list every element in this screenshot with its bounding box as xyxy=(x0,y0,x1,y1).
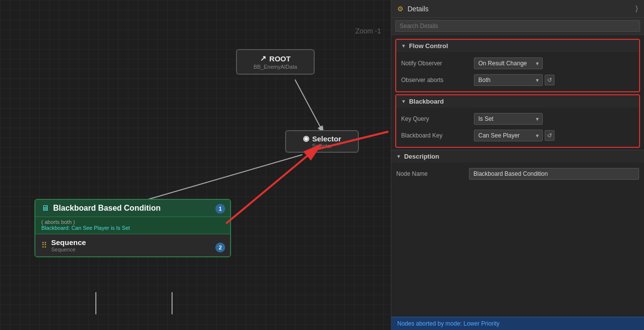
bottom-bar-text: Nodes aborted by mode: Lower Priority xyxy=(397,320,499,327)
key-query-dropdown-wrapper: Is Set Is Not Set ▼ xyxy=(474,113,543,125)
sequence-icon: ⠿ xyxy=(41,241,47,250)
blackboard-arrow: ▼ xyxy=(401,99,406,104)
flow-control-arrow: ▼ xyxy=(401,43,406,49)
observer-aborts-reset-button[interactable]: ↺ xyxy=(545,75,555,85)
notify-observer-dropdown-wrapper: On Result Change On Value Change Never ▼ xyxy=(474,57,543,69)
bbc-aborts: ( aborts both ) xyxy=(41,219,224,225)
notify-observer-control: On Result Change On Value Change Never ▼ xyxy=(474,57,634,69)
canvas-area[interactable]: Zoom -1 ↗ ROOT BB_EnemyAIData ◉ Selector… xyxy=(0,0,391,330)
details-search-input[interactable] xyxy=(395,20,640,32)
selector-icon: ◉ xyxy=(303,134,309,143)
key-query-row: Key Query Is Set Is Not Set ▼ xyxy=(401,110,634,127)
blackboard-body: Key Query Is Set Is Not Set ▼ Blackboar xyxy=(396,108,639,147)
details-icon: ⚙ xyxy=(397,5,404,13)
selector-subtitle: Selector xyxy=(295,143,349,149)
blackboard-section: ▼ Blackboard Key Query Is Set Is Not Set… xyxy=(395,94,640,148)
bbc-badge-1: 1 xyxy=(215,204,225,214)
flow-control-label: Flow Control xyxy=(409,42,448,50)
root-subtitle: BB_EnemyAIData xyxy=(247,64,304,70)
svg-line-0 xyxy=(295,80,322,130)
observer-aborts-row: Observer aborts Both Self Lower Priority… xyxy=(401,72,634,88)
notify-observer-label: Notify Observer xyxy=(401,60,470,67)
svg-line-4 xyxy=(226,150,315,223)
notify-observer-dropdown[interactable]: On Result Change On Value Change Never xyxy=(474,57,543,69)
details-expand-button[interactable]: ⟩ xyxy=(635,4,638,13)
selector-node[interactable]: ◉ Selector Selector xyxy=(285,130,359,153)
blackboard-key-label: Blackboard Key xyxy=(401,132,470,139)
details-content: ▼ Flow Control Notify Observer On Result… xyxy=(391,35,644,317)
description-section: ▼ Description Node Name xyxy=(391,150,644,185)
key-query-control: Is Set Is Not Set ▼ xyxy=(474,113,634,125)
selector-title: Selector xyxy=(312,135,341,143)
svg-line-1 xyxy=(133,155,302,204)
zoom-label: Zoom -1 xyxy=(355,27,381,35)
details-title: Details xyxy=(408,5,429,13)
root-icon: ↗ xyxy=(260,54,266,63)
bbc-node[interactable]: 🖥 Blackboard Based Condition ( aborts bo… xyxy=(34,199,231,257)
seq-subtitle: Sequence xyxy=(51,247,86,252)
blackboard-key-reset-button[interactable]: ↺ xyxy=(545,130,555,141)
node-name-label: Node Name xyxy=(396,170,465,177)
blackboard-key-control: Can See Player EnemyActor SelfActor ▼ ↺ xyxy=(474,130,634,141)
description-arrow: ▼ xyxy=(396,154,401,159)
observer-aborts-dropdown[interactable]: Both Self Lower Priority None xyxy=(474,74,543,86)
details-header: ⚙ Details ⟩ xyxy=(391,0,644,18)
description-label: Description xyxy=(404,153,439,160)
observer-aborts-label: Observer aborts xyxy=(401,77,470,83)
flow-control-section: ▼ Flow Control Notify Observer On Result… xyxy=(395,39,640,92)
key-query-label: Key Query xyxy=(401,115,470,122)
flow-control-body: Notify Observer On Result Change On Valu… xyxy=(396,52,639,91)
connector-lines xyxy=(0,0,391,330)
blackboard-key-dropdown-wrapper: Can See Player EnemyActor SelfActor ▼ xyxy=(474,130,543,141)
seq-title: Sequence xyxy=(51,238,86,247)
observer-aborts-control: Both Self Lower Priority None ▼ ↺ xyxy=(474,74,634,86)
bbc-icon: 🖥 xyxy=(41,204,49,213)
bottom-bar: Nodes aborted by mode: Lower Priority xyxy=(391,317,644,330)
bbc-badge-2: 2 xyxy=(215,243,225,252)
description-header[interactable]: ▼ Description xyxy=(391,150,644,163)
root-node[interactable]: ↗ ROOT BB_EnemyAIData xyxy=(236,49,315,75)
notify-observer-row: Notify Observer On Result Change On Valu… xyxy=(401,55,634,72)
blackboard-header[interactable]: ▼ Blackboard xyxy=(396,95,639,108)
bbc-title: Blackboard Based Condition xyxy=(53,204,161,213)
root-title: ROOT xyxy=(269,55,291,63)
observer-aborts-dropdown-wrapper: Both Self Lower Priority None ▼ xyxy=(474,74,543,86)
sequence-node[interactable]: ⠿ Sequence Sequence xyxy=(35,234,230,256)
node-name-row: Node Name xyxy=(396,165,639,182)
description-body: Node Name xyxy=(391,163,644,185)
blackboard-key-row: Blackboard Key Can See Player EnemyActor… xyxy=(401,127,634,144)
details-panel: ⚙ Details ⟩ ▼ Flow Control Notify Observ… xyxy=(391,0,644,330)
annotation-arrows xyxy=(0,0,391,330)
node-name-control xyxy=(469,168,639,180)
flow-control-header[interactable]: ▼ Flow Control xyxy=(396,40,639,52)
details-search-container xyxy=(391,18,644,35)
bbc-blackboard-text: Blackboard: Can See Player is Is Set xyxy=(41,225,224,231)
key-query-dropdown[interactable]: Is Set Is Not Set xyxy=(474,113,543,125)
blackboard-key-dropdown[interactable]: Can See Player EnemyActor SelfActor xyxy=(474,130,543,141)
blackboard-label: Blackboard xyxy=(409,98,444,105)
node-name-input[interactable] xyxy=(469,168,639,180)
